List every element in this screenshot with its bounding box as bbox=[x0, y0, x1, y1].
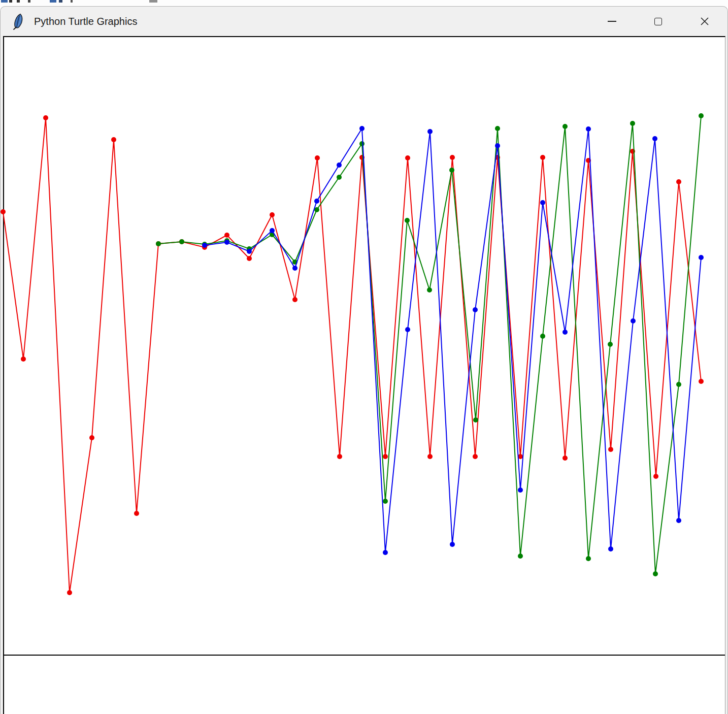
background-window-mark bbox=[59, 0, 62, 3]
python-feather-icon bbox=[11, 13, 26, 30]
minimize-icon bbox=[608, 21, 616, 22]
background-window-mark bbox=[17, 0, 20, 3]
background-window-mark bbox=[1, 0, 8, 3]
turtle-canvas bbox=[3, 36, 725, 714]
close-icon bbox=[700, 17, 709, 26]
background-window-mark bbox=[9, 0, 12, 3]
background-window-mark bbox=[28, 0, 30, 3]
minimize-button[interactable] bbox=[589, 7, 635, 36]
turtle-graphics-window: Python Turtle Graphics bbox=[0, 6, 728, 714]
background-window-mark bbox=[149, 0, 157, 3]
window-title: Python Turtle Graphics bbox=[34, 16, 137, 27]
titlebar[interactable]: Python Turtle Graphics bbox=[1, 7, 727, 36]
background-window-mark bbox=[50, 0, 56, 3]
close-button[interactable] bbox=[681, 7, 727, 36]
window-controls bbox=[589, 7, 727, 36]
maximize-icon bbox=[654, 18, 662, 25]
maximize-button[interactable] bbox=[635, 7, 681, 36]
background-window-mark bbox=[71, 0, 73, 3]
